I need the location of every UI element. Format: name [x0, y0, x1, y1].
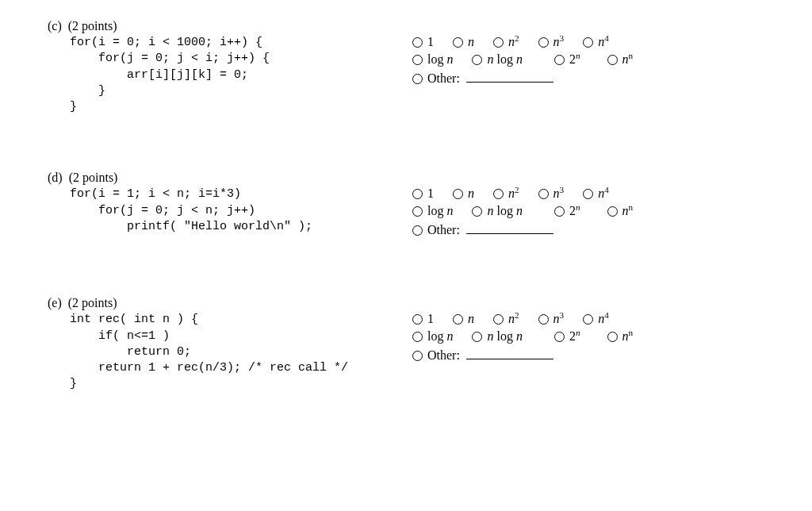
option-n3[interactable]: n3 [538, 35, 565, 49]
option-label: n3 [553, 312, 565, 326]
problem-letter: (d) [48, 171, 63, 184]
radio-icon [472, 206, 482, 217]
option-label: n log n [487, 329, 522, 344]
option-label: n log n [487, 204, 522, 218]
option-2n[interactable]: 2n [554, 329, 580, 344]
option-label: log n [427, 52, 453, 67]
option-label: nn [622, 52, 634, 67]
option-label: n4 [598, 312, 609, 326]
problem-header: (d) (2 points) [48, 171, 389, 185]
problem-left: (d) (2 points) for(i = 1; i < n; i=i*3) … [48, 171, 389, 235]
radio-icon [583, 189, 593, 199]
option-2n[interactable]: 2n [554, 52, 580, 67]
radio-icon [412, 206, 423, 217]
radio-icon [538, 314, 549, 325]
option-n2[interactable]: n2 [493, 35, 519, 49]
option-logn[interactable]: log n [412, 204, 453, 218]
option-label: 1 [427, 35, 434, 49]
options-row-2: log n n log n 2n nn [412, 329, 764, 344]
option-nlogn[interactable]: n log n [472, 329, 522, 344]
problem-header: (c) (2 points) [48, 19, 389, 33]
radio-icon [583, 314, 593, 325]
options-row-2: log n n log n 2n nn [412, 204, 764, 218]
option-2n[interactable]: 2n [554, 204, 580, 218]
option-logn[interactable]: log n [412, 52, 453, 67]
option-nn[interactable]: nn [607, 329, 634, 344]
problem-left: (c) (2 points) for(i = 0; i < 1000; i++)… [48, 19, 389, 115]
option-label: 1 [427, 312, 434, 326]
radio-icon [412, 189, 423, 199]
radio-icon [472, 55, 482, 65]
problem-e: (e) (2 points) int rec( int n ) { if( n<… [48, 296, 764, 392]
problem-c: (c) (2 points) for(i = 0; i < 1000; i++)… [48, 19, 764, 115]
problem-letter: (c) [48, 19, 62, 33]
radio-icon [453, 189, 463, 199]
radio-icon [538, 189, 549, 199]
radio-icon [607, 55, 618, 65]
option-label: n2 [508, 186, 519, 201]
problem-points: (2 points) [68, 19, 117, 33]
radio-icon [554, 332, 565, 342]
options-row-3: Other: [412, 221, 764, 237]
option-label: n3 [553, 35, 565, 49]
other-input-line[interactable] [466, 221, 553, 234]
option-label: nn [622, 329, 634, 344]
option-label: n [468, 312, 474, 326]
options-block: 1 n n2 n3 n4 log n n log n 2n nn Other: [412, 19, 764, 89]
option-n3[interactable]: n3 [538, 312, 565, 326]
option-label: 2n [569, 204, 580, 218]
option-n4[interactable]: n4 [583, 312, 609, 326]
option-label: n log n [487, 52, 522, 67]
option-label: 2n [569, 329, 580, 344]
option-label: n [468, 35, 474, 49]
radio-icon [472, 332, 482, 342]
problem-points: (2 points) [69, 171, 118, 184]
other-input-line[interactable] [466, 347, 553, 359]
radio-icon [412, 225, 423, 236]
problem-left: (e) (2 points) int rec( int n ) { if( n<… [48, 296, 389, 392]
radio-icon [607, 332, 618, 342]
option-n[interactable]: n [453, 186, 474, 201]
option-1[interactable]: 1 [412, 312, 434, 326]
options-row-1: 1 n n2 n3 n4 [412, 186, 764, 201]
option-n4[interactable]: n4 [583, 186, 609, 201]
option-label: n3 [553, 186, 565, 201]
option-label: 2n [569, 52, 580, 67]
problem-header: (e) (2 points) [48, 296, 389, 310]
problem-points: (2 points) [68, 296, 117, 309]
radio-icon [453, 37, 463, 48]
option-nn[interactable]: nn [607, 204, 634, 218]
option-nlogn[interactable]: n log n [472, 204, 522, 218]
code-block: int rec( int n ) { if( n<=1 ) return 0; … [70, 312, 389, 392]
option-n4[interactable]: n4 [583, 35, 609, 49]
radio-icon [453, 314, 463, 325]
option-1[interactable]: 1 [412, 35, 434, 49]
option-n2[interactable]: n2 [493, 186, 519, 201]
option-n[interactable]: n [453, 312, 474, 326]
radio-icon [412, 55, 423, 65]
options-block: 1 n n2 n3 n4 log n n log n 2n nn Other: [412, 296, 764, 366]
option-label: n2 [508, 312, 519, 326]
option-n2[interactable]: n2 [493, 312, 519, 326]
option-label: log n [427, 329, 453, 344]
option-nlogn[interactable]: n log n [472, 52, 522, 67]
option-n[interactable]: n [453, 35, 474, 49]
option-n3[interactable]: n3 [538, 186, 565, 201]
option-other[interactable]: Other: [412, 347, 553, 363]
other-input-line[interactable] [466, 70, 553, 83]
code-block: for(i = 1; i < n; i=i*3) for(j = 0; j < … [70, 186, 389, 235]
option-nn[interactable]: nn [607, 52, 634, 67]
option-label: n [468, 186, 474, 201]
options-row-1: 1 n n2 n3 n4 [412, 35, 764, 49]
option-label: Other: [427, 348, 460, 363]
option-label: n4 [598, 35, 609, 49]
option-logn[interactable]: log n [412, 329, 453, 344]
option-other[interactable]: Other: [412, 221, 553, 237]
radio-icon [493, 314, 504, 325]
option-1[interactable]: 1 [412, 186, 434, 201]
radio-icon [538, 37, 549, 48]
option-other[interactable]: Other: [412, 70, 553, 86]
problem-d: (d) (2 points) for(i = 1; i < n; i=i*3) … [48, 171, 764, 240]
radio-icon [493, 189, 504, 199]
options-row-3: Other: [412, 70, 764, 86]
